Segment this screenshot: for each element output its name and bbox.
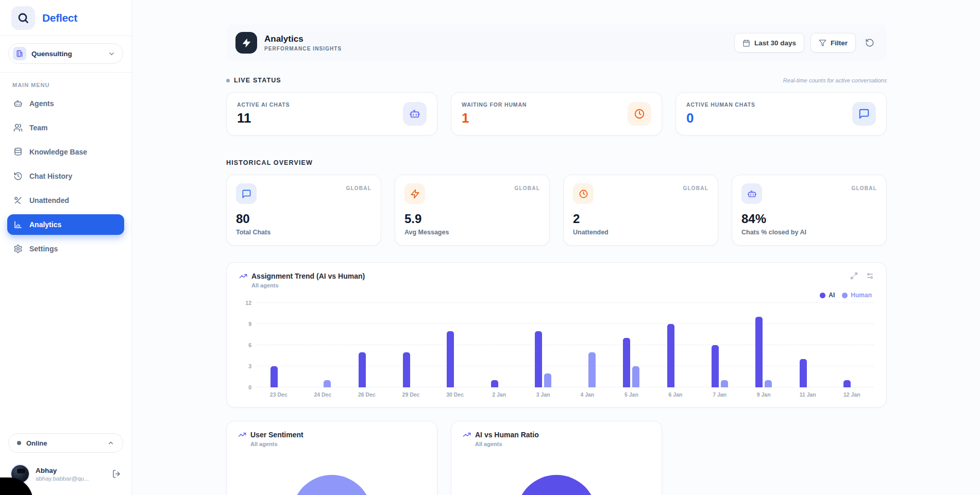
chart-subtitle: All agents (251, 282, 365, 288)
x-axis-labels: 23 Dec24 Dec26 Dec29 Dec30 Dec2 Jan3 Jan… (257, 391, 874, 398)
bar-human[interactable] (765, 380, 772, 387)
date-range-label: Last 30 days (754, 39, 796, 47)
bottom-cards: User Sentiment All agents AI vs Human Ra… (226, 421, 887, 495)
scope-badge: GLOBAL (852, 185, 877, 191)
bar-human[interactable] (588, 352, 596, 387)
x-tick-label: 23 Dec (257, 391, 301, 398)
sidebar-item-knowledge-base[interactable]: Knowledge Base (7, 142, 124, 162)
bar-ai[interactable] (271, 366, 278, 387)
bar-ai[interactable] (535, 331, 542, 387)
bar-ai[interactable] (712, 345, 719, 387)
stat-unattended: GLOBAL 2 Unattended (563, 175, 718, 246)
analytics-badge (235, 32, 257, 54)
bar-group (698, 303, 742, 387)
sidebar-item-team[interactable]: Team (7, 117, 124, 138)
main-nav: Agents Team Knowledge Base Chat History (0, 93, 131, 259)
bar-human[interactable] (721, 380, 728, 387)
legend-label: Human (851, 292, 872, 299)
expand-icon[interactable] (850, 272, 858, 280)
legend-label: AI (829, 292, 835, 299)
sidebar-item-chat-history[interactable]: Chat History (7, 166, 124, 186)
bar-ai[interactable] (667, 324, 674, 387)
x-tick-label: 11 Jan (786, 391, 830, 398)
x-tick-label: 9 Jan (741, 391, 786, 398)
unattended-slash-icon (13, 196, 23, 205)
legend-item-ai[interactable]: AI (820, 292, 835, 299)
filter-button[interactable]: Filter (810, 33, 856, 53)
sidebar-item-label: Settings (29, 245, 58, 253)
bar-human[interactable] (324, 380, 331, 387)
x-tick-label: 26 Dec (345, 391, 389, 398)
card-value: 1 (462, 110, 527, 126)
chart-tools (850, 272, 874, 280)
app-name: Deflect (42, 12, 77, 24)
gear-icon (13, 244, 23, 253)
bar-ai[interactable] (843, 380, 851, 387)
sidebar-item-label: Analytics (29, 220, 61, 229)
y-tick: 12 (245, 300, 251, 306)
sidebar-item-agents[interactable]: Agents (7, 93, 124, 114)
bar-ai[interactable] (491, 380, 498, 387)
sidebar: Deflect Quensulting MAIN MENU Agents (0, 0, 132, 495)
bar-group (830, 303, 874, 387)
zap-icon (242, 38, 251, 48)
chart-settings-icon[interactable] (866, 272, 874, 280)
bar-ai[interactable] (755, 317, 763, 387)
bot-icon (403, 102, 427, 126)
bar-ai[interactable] (403, 352, 410, 387)
filter-label: Filter (831, 39, 848, 47)
online-status-toggle[interactable]: Online (8, 433, 123, 453)
sidebar-item-unattended[interactable]: Unattended (7, 190, 124, 211)
page-header: Analytics PERFORMANCE INSIGHTS Last 30 d… (226, 24, 887, 61)
stat-value: 80 (236, 212, 371, 226)
zap-icon (404, 183, 425, 204)
bar-group (786, 303, 830, 387)
legend-item-human[interactable]: Human (842, 292, 872, 299)
historical-heading: HISTORICAL OVERVIEW (226, 159, 887, 166)
x-tick-label: 29 Dec (389, 391, 433, 398)
bot-icon (13, 99, 23, 108)
scope-badge: GLOBAL (515, 185, 540, 191)
bar-ai[interactable] (359, 352, 366, 387)
funnel-icon (819, 39, 826, 47)
stat-cards: GLOBAL 80 Total Chats GLOBAL 5.9 Avg Mes… (226, 175, 887, 246)
stat-label: Chats % closed by AI (741, 229, 877, 236)
bar-human[interactable] (632, 366, 639, 387)
sidebar-item-label: Agents (29, 99, 54, 108)
card-active-ai-chats: ACTIVE AI CHATS 11 (226, 92, 437, 135)
plot-area: 036912 (239, 303, 874, 387)
org-name: Quensulting (31, 50, 72, 58)
building-icon (13, 47, 26, 60)
x-tick-label: 7 Jan (698, 391, 742, 398)
sidebar-item-analytics[interactable]: Analytics (7, 214, 124, 235)
bar-group (433, 303, 477, 387)
bar-ai[interactable] (447, 331, 454, 387)
stat-chats-closed-by-ai: GLOBAL 84% Chats % closed by AI (732, 175, 887, 246)
logout-icon[interactable] (112, 469, 121, 479)
card-subtitle: All agents (250, 441, 426, 447)
ratio-donut-chart (516, 475, 597, 495)
y-tick: 3 (248, 363, 251, 369)
bar-groups (257, 303, 874, 387)
org-selector[interactable]: Quensulting (8, 43, 123, 64)
stat-label: Avg Messages (404, 229, 540, 236)
live-cards: ACTIVE AI CHATS 11 WAITING FOR HUMAN 1 (226, 92, 887, 135)
sidebar-item-label: Team (29, 124, 48, 132)
header-actions: Last 30 days Filter (734, 33, 877, 53)
x-tick-label: 24 Dec (301, 391, 345, 398)
bar-ai[interactable] (623, 338, 630, 387)
bar-group (521, 303, 565, 387)
clock-icon (573, 183, 594, 204)
magnifier-q-icon (17, 12, 29, 24)
chat-bubble-icon (852, 102, 876, 126)
trending-up-icon (238, 431, 246, 439)
refresh-button[interactable] (862, 35, 877, 50)
bar-ai[interactable] (800, 359, 807, 387)
date-range-button[interactable]: Last 30 days (734, 33, 804, 53)
card-label: ACTIVE AI CHATS (237, 101, 290, 108)
card-value: 11 (237, 110, 290, 126)
bar-group (565, 303, 610, 387)
users-icon (13, 123, 23, 132)
sidebar-item-settings[interactable]: Settings (7, 238, 124, 259)
bar-human[interactable] (544, 373, 551, 387)
